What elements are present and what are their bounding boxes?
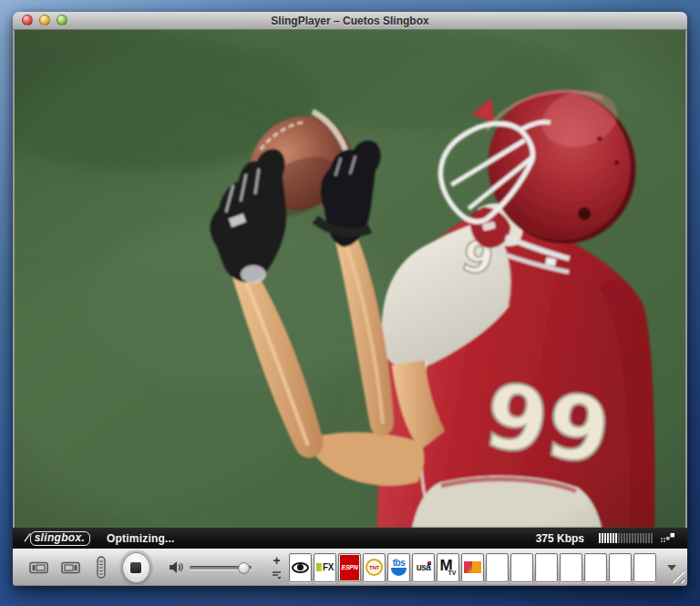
signal-bar [612, 533, 614, 543]
list-chevron-icon [272, 571, 282, 580]
bitrate-value: 375 Kbps [536, 532, 584, 545]
channel-slot-empty-5[interactable] [584, 553, 607, 582]
mtv-logo: M TV [440, 560, 457, 576]
signal-bar [621, 533, 623, 543]
slingbox-logo-text: slingbox. [30, 531, 90, 546]
signal-meter [599, 533, 654, 544]
signal-bar [645, 533, 647, 543]
fx-logo: FX [316, 562, 334, 572]
volume-slider[interactable] [190, 561, 252, 574]
signal-bar [637, 533, 639, 543]
signal-bar [643, 533, 644, 543]
signal-bar [618, 533, 620, 543]
tnt-logo: TNT [365, 559, 383, 576]
signal-bar [602, 533, 603, 543]
channel-slot-empty-7[interactable] [633, 553, 656, 582]
normal-screen-icon [29, 561, 48, 574]
close-button[interactable] [22, 15, 33, 26]
speaker-icon [169, 560, 184, 574]
vh1-logo [464, 561, 481, 573]
signal-bar [607, 533, 609, 543]
signal-bar [604, 533, 606, 543]
channel-button-mtv[interactable]: M TV [437, 553, 459, 582]
volume-knob[interactable] [238, 562, 250, 574]
widescreen-icon [61, 561, 80, 574]
mute-button[interactable] [167, 559, 186, 576]
resize-grip[interactable] [672, 570, 685, 583]
video-image: 9 99 [15, 30, 685, 528]
channel-button-espn[interactable]: ESPN [338, 553, 361, 582]
traffic-lights [22, 15, 67, 26]
stop-icon [130, 562, 141, 573]
tbs-logo: tbs [391, 559, 407, 576]
slingplayer-window: SlingPlayer – Cuetos Slingbox [13, 12, 687, 586]
signal-bar [640, 533, 642, 543]
zoom-button[interactable] [57, 15, 67, 26]
network-status-icon [661, 533, 674, 543]
channel-button-usa[interactable]: usa [412, 553, 435, 582]
add-channel-button[interactable]: + [273, 553, 280, 568]
signal-bar [615, 533, 617, 543]
signal-bar [632, 533, 633, 543]
stream-status-text: Optimizing... [107, 532, 175, 545]
control-bar: + FX ESPN TNT tbs [13, 549, 687, 586]
channel-list-expander-button[interactable] [272, 568, 282, 582]
slingbox-logo: / slingbox. [26, 531, 90, 546]
channel-slot-empty-4[interactable] [560, 553, 582, 582]
video-display: 9 99 [15, 30, 685, 528]
signal-bar [648, 533, 650, 543]
stop-button[interactable] [122, 552, 150, 583]
channel-button-tnt[interactable]: TNT [363, 553, 386, 582]
channel-button-fx[interactable]: FX [314, 553, 336, 582]
remote-control-icon [97, 556, 106, 579]
usa-flag-mark [427, 561, 431, 565]
channel-button-cbs[interactable] [289, 553, 312, 582]
channel-button-tbs[interactable]: tbs [387, 553, 410, 582]
channel-slot-empty-1[interactable] [486, 553, 509, 582]
channel-tools: + [272, 553, 282, 582]
widescreen-button[interactable] [59, 560, 82, 576]
channel-slot-empty-3[interactable] [535, 553, 558, 582]
signal-bar [634, 533, 636, 543]
signal-bar [629, 533, 631, 543]
more-channels-button[interactable] [665, 563, 678, 572]
signal-bar [626, 533, 628, 543]
status-bar: / slingbox. Optimizing... 375 Kbps [13, 528, 687, 549]
remote-control-button[interactable] [95, 554, 108, 580]
channel-slot-empty-6[interactable] [609, 553, 632, 582]
signal-bar [610, 533, 612, 543]
normal-screen-button[interactable] [27, 560, 50, 576]
channel-button-vh1[interactable] [461, 553, 484, 582]
espn-logo: ESPN [342, 564, 358, 570]
channel-slot-empty-2[interactable] [510, 553, 533, 582]
chevron-down-icon [667, 565, 676, 570]
signal-bar [623, 533, 625, 543]
cbs-eye-icon [292, 562, 309, 573]
signal-bar [651, 533, 653, 543]
title-bar[interactable]: SlingPlayer – Cuetos Slingbox [13, 12, 687, 30]
minimize-button[interactable] [39, 15, 50, 26]
signal-bar [599, 533, 601, 543]
window-title: SlingPlayer – Cuetos Slingbox [271, 15, 428, 27]
channel-preset-strip: FX ESPN TNT tbs usa M TV [289, 553, 658, 582]
